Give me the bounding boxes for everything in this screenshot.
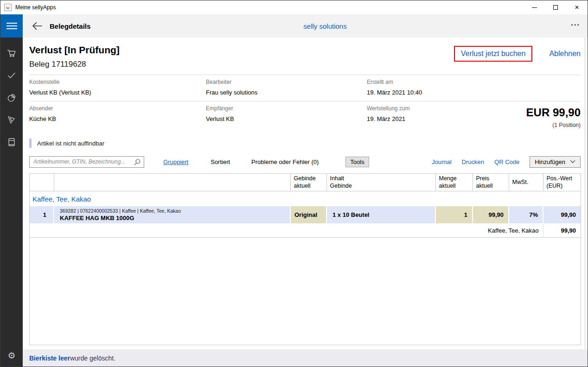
cell-mwst: 7% xyxy=(509,206,543,224)
cell-article: 369282 | 07622400002533 | Kaffee | Kaffe… xyxy=(54,206,290,224)
subtotal-label: Kaffee, Tee, Kakao xyxy=(30,224,543,238)
maximize-icon xyxy=(553,5,558,10)
add-label: Hinzufügen xyxy=(535,158,565,165)
more-options-button[interactable]: ··· xyxy=(571,20,580,30)
field-kostenstelle: Kostenstelle Verlust KB (Verlust KB) xyxy=(29,79,91,96)
problems-toggle[interactable]: Probleme oder Fehler (0) xyxy=(251,158,319,165)
gear-icon: ⚙ xyxy=(7,351,15,360)
scrollbar-track[interactable] xyxy=(585,38,585,355)
sidebar-item-tags[interactable] xyxy=(0,109,23,131)
field-bearbeiter: Bearbeiter Frau selly solutions xyxy=(206,79,257,96)
status-bar: Bierkiste leer wurde gelöscht. xyxy=(23,349,588,367)
tenant-title: selly solutions xyxy=(303,22,346,30)
cart-icon xyxy=(6,48,17,59)
app-logo-icon: w xyxy=(4,4,12,11)
subtotal-value: 99,90 xyxy=(543,224,581,238)
chevron-down-icon xyxy=(570,160,575,164)
field-wertstellung: Wertstellung zum 19. März 2021 xyxy=(367,105,409,122)
document-title: Verlust [In Prüfung] xyxy=(29,44,120,56)
sidebar-item-journal[interactable] xyxy=(0,131,23,153)
reject-button[interactable]: Ablehnen xyxy=(549,50,581,58)
hamburger-icon xyxy=(6,21,17,31)
toolbar-right: Journal Drucken QR Code Hinzufügen xyxy=(432,156,581,168)
note-text: Artikel ist nicht auffindbar xyxy=(37,140,104,147)
field-erstellt-am: Erstellt am 19. März 2021 10:40 xyxy=(367,79,422,96)
back-arrow-icon xyxy=(32,22,43,30)
field-label: Absender xyxy=(29,105,56,112)
add-dropdown-button[interactable]: Hinzufügen xyxy=(530,156,581,168)
app-header: Belegdetails selly solutions ··· xyxy=(0,14,588,38)
document-total: EUR 99,90 (1 Position) xyxy=(526,106,581,128)
col-header-inhalt[interactable]: Inhalt Gebinde xyxy=(326,174,435,191)
field-label: Empfänger xyxy=(206,105,234,112)
sidebar-item-settings[interactable]: ⚙ xyxy=(0,344,23,367)
cell-position: 1 xyxy=(30,206,54,224)
sidebar-item-check[interactable] xyxy=(0,64,23,87)
col-header-gebinde[interactable]: Gebinde aktuell xyxy=(290,174,326,191)
document-number: Beleg 17119628 xyxy=(29,60,86,69)
article-search xyxy=(29,156,144,168)
field-label: Bearbeiter xyxy=(206,79,257,85)
field-value: Küche KB xyxy=(29,115,56,122)
search-input[interactable] xyxy=(30,157,144,167)
minimize-icon xyxy=(532,7,537,8)
cell-inhalt: 1 x 10 Beutel xyxy=(326,206,435,224)
field-label: Kostenstelle xyxy=(29,79,91,85)
back-button[interactable] xyxy=(30,19,44,33)
price-tag-icon xyxy=(6,114,17,126)
col-header-poswert[interactable]: Pos.-Wert (EUR) xyxy=(543,174,581,191)
sidebar-item-cart[interactable] xyxy=(0,42,23,64)
main-content: Verlust [In Prüfung] Beleg 17119628 Verl… xyxy=(23,38,588,350)
total-amount: EUR 99,90 xyxy=(526,106,581,119)
total-positions: (1 Position) xyxy=(526,122,581,128)
divider xyxy=(29,101,581,101)
tools-button[interactable]: Tools xyxy=(345,157,369,167)
print-link[interactable]: Drucken xyxy=(462,158,484,165)
close-button[interactable]: ✕ xyxy=(566,0,588,14)
minimize-button[interactable] xyxy=(524,0,545,14)
window-title: Meine sellyApps xyxy=(15,4,56,11)
title-bar: w Meine sellyApps ✕ xyxy=(0,0,588,14)
warning-note: Artikel ist nicht auffindbar xyxy=(29,139,104,148)
sidebar-item-reports[interactable] xyxy=(0,87,23,109)
table-row[interactable]: 1 369282 | 07622400002533 | Kaffee | Kaf… xyxy=(30,206,581,224)
field-value: Frau selly solutions xyxy=(206,89,257,96)
col-header-mwst[interactable]: MwSt. xyxy=(509,174,543,191)
field-label: Wertstellung zum xyxy=(367,105,409,112)
sorted-toggle[interactable]: Sortiert xyxy=(211,158,230,165)
list-toolbar: Gruppiert Sortiert Probleme oder Fehler … xyxy=(29,156,581,168)
field-label: Erstellt am xyxy=(367,79,422,85)
app-window: w Meine sellyApps ✕ Belegdetails selly s… xyxy=(0,0,588,367)
divider xyxy=(29,75,581,75)
book-loss-button[interactable]: Verlust jetzt buchen xyxy=(454,46,533,62)
field-value: Verlust KB (Verlust KB) xyxy=(29,89,91,96)
note-marker xyxy=(29,139,32,148)
field-empfaenger: Empfänger Verlust KB xyxy=(206,105,234,122)
sidebar-spacer xyxy=(0,153,23,344)
col-header-preis[interactable]: Preis aktuell xyxy=(473,174,509,191)
document-actions: Verlust jetzt buchen Ablehnen xyxy=(454,46,581,62)
grouped-toggle[interactable]: Gruppiert xyxy=(163,158,188,165)
table-header-row: Gebinde aktuell Inhalt Gebinde Menge akt… xyxy=(30,174,581,191)
group-header-label: Kaffee, Tee, Kakao xyxy=(30,191,581,206)
col-header-menge[interactable]: Menge aktuell xyxy=(435,174,473,191)
status-subject[interactable]: Bierkiste leer xyxy=(29,354,70,362)
field-value: 19. März 2021 xyxy=(367,115,409,122)
close-icon: ✕ xyxy=(575,5,579,10)
article-name: KAFFEE HAG MKB 1000G xyxy=(60,215,286,221)
search-icon[interactable] xyxy=(134,158,141,166)
field-absender: Absender Küche KB xyxy=(29,105,56,122)
journal-link[interactable]: Journal xyxy=(432,158,452,165)
sidebar-nav: ⚙ xyxy=(0,38,23,367)
maximize-button[interactable] xyxy=(545,0,566,14)
pie-chart-icon xyxy=(6,92,17,103)
col-header-article xyxy=(54,174,290,191)
book-icon xyxy=(6,137,17,148)
hamburger-menu-button[interactable] xyxy=(0,14,23,38)
group-header-row[interactable]: Kaffee, Tee, Kakao xyxy=(30,191,581,206)
field-value: 19. März 2021 10:40 xyxy=(367,89,422,96)
window-controls: ✕ xyxy=(524,0,588,14)
qr-code-link[interactable]: QR Code xyxy=(494,158,519,165)
cell-gebinde: Original xyxy=(290,206,326,224)
positions-table: Gebinde aktuell Inhalt Gebinde Menge akt… xyxy=(29,173,581,345)
